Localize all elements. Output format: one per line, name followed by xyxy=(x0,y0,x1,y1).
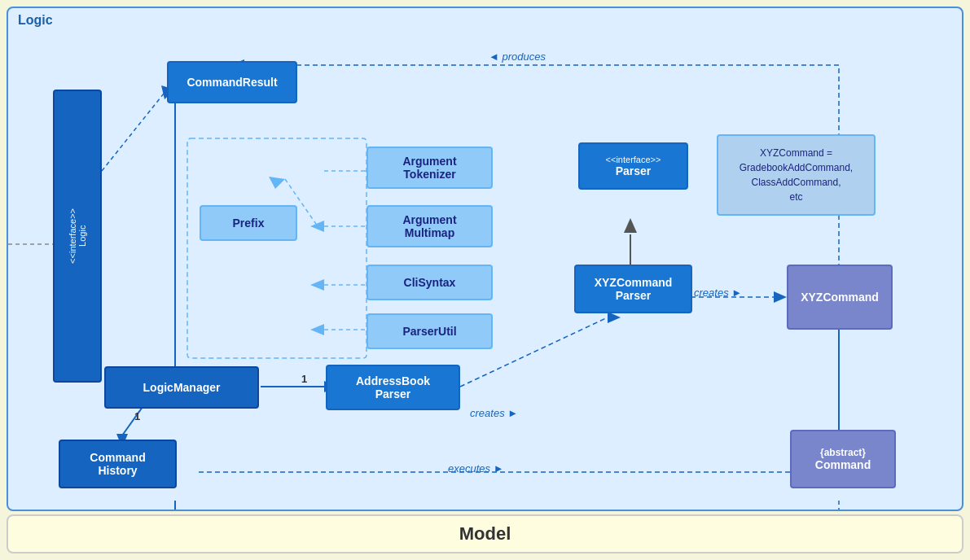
produces-label: ◄ produces xyxy=(489,50,546,63)
svg-marker-8 xyxy=(624,218,637,233)
logic-section: Logic xyxy=(7,7,963,511)
model-section: Model xyxy=(7,514,963,553)
creates-addressbook-label: creates ► xyxy=(470,407,518,419)
svg-rect-34 xyxy=(187,138,366,358)
executes-label: executes ► xyxy=(448,462,504,475)
command-result-box: CommandResult xyxy=(167,61,297,103)
svg-marker-31 xyxy=(310,324,324,335)
interface-parser-box: <<interface>> Parser xyxy=(578,142,688,190)
argument-multimap-box: ArgumentMultimap xyxy=(366,205,493,247)
argument-tokenizer-box: ArgumentTokenizer xyxy=(366,147,493,189)
multiplicity-label-2: 1 xyxy=(134,410,140,422)
cli-syntax-box: CliSyntax xyxy=(366,265,493,300)
svg-marker-13 xyxy=(608,312,621,323)
logic-manager-box: LogicManager xyxy=(104,366,259,409)
xyz-command-parser-box: XYZCommandParser xyxy=(574,265,692,313)
addressbook-parser-box: AddressBookParser xyxy=(326,365,460,410)
multiplicity-label-1: 1 xyxy=(301,373,307,385)
creates-parser-label: creates ► xyxy=(694,287,742,299)
interface-logic-box: <<interface>>Logic xyxy=(53,90,102,383)
svg-marker-27 xyxy=(310,221,324,232)
logic-label: Logic xyxy=(18,13,53,28)
svg-marker-29 xyxy=(310,279,324,291)
command-history-box: CommandHistory xyxy=(59,440,177,488)
xyz-command-box: XYZCommand xyxy=(787,265,893,330)
parser-util-box: ParserUtil xyxy=(366,313,493,349)
svg-marker-15 xyxy=(774,291,787,303)
svg-marker-33 xyxy=(269,177,285,189)
prefix-box: Prefix xyxy=(200,205,297,241)
note-box: XYZCommand =GradebookAddCommand,ClassAdd… xyxy=(717,134,876,216)
main-container: Logic xyxy=(0,0,970,560)
model-label: Model xyxy=(459,523,511,545)
svg-line-22 xyxy=(102,90,167,171)
abstract-command-box: {abstract} Command xyxy=(790,430,896,488)
